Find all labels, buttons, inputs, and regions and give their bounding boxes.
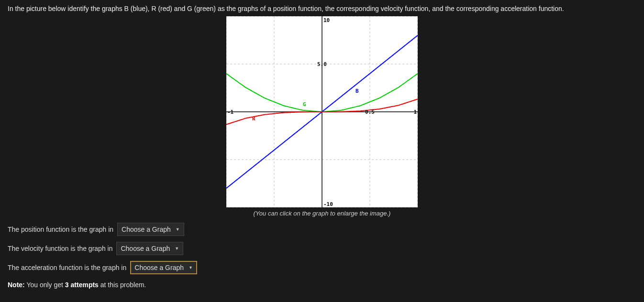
svg-text:G: G bbox=[303, 101, 306, 108]
velocity-select-value: Choose a Graph bbox=[121, 245, 170, 252]
velocity-label: The velocity function is the graph in bbox=[8, 245, 112, 252]
chevron-down-icon: ▼ bbox=[189, 265, 193, 270]
note-body: You only get bbox=[25, 281, 65, 289]
note-prefix: Note: bbox=[8, 281, 25, 289]
chevron-down-icon: ▼ bbox=[176, 227, 180, 232]
svg-text:-10: -10 bbox=[323, 201, 333, 207]
position-select[interactable]: Choose a Graph ▼ bbox=[117, 223, 184, 236]
note-suffix: at this problem. bbox=[99, 281, 146, 289]
chevron-down-icon: ▼ bbox=[175, 246, 179, 251]
velocity-select[interactable]: Choose a Graph ▼ bbox=[116, 242, 183, 255]
position-select-value: Choose a Graph bbox=[122, 226, 171, 233]
svg-text:10: 10 bbox=[323, 17, 330, 23]
graph-caption: (You can click on the graph to enlarge t… bbox=[8, 210, 636, 217]
svg-text:0.5: 0.5 bbox=[365, 109, 375, 115]
position-label: The position function is the graph in bbox=[8, 226, 113, 233]
note-attempts: 3 attempts bbox=[65, 281, 99, 289]
attempts-note: Note: You only get 3 attempts at this pr… bbox=[8, 281, 636, 289]
svg-text:1: 1 bbox=[413, 109, 417, 115]
svg-text:5.0: 5.0 bbox=[317, 61, 327, 67]
svg-text:R: R bbox=[252, 116, 255, 122]
acceleration-label: The acceleration function is the graph i… bbox=[8, 264, 126, 271]
svg-text:-1: -1 bbox=[227, 109, 234, 115]
acceleration-select[interactable]: Choose a Graph ▼ bbox=[130, 261, 197, 274]
acceleration-select-value: Choose a Graph bbox=[134, 264, 184, 271]
problem-prompt: In the picture below identify the graphs… bbox=[8, 5, 636, 12]
svg-text:B: B bbox=[355, 88, 359, 94]
graph-image[interactable]: -10.51-105.010BGR bbox=[226, 16, 418, 207]
